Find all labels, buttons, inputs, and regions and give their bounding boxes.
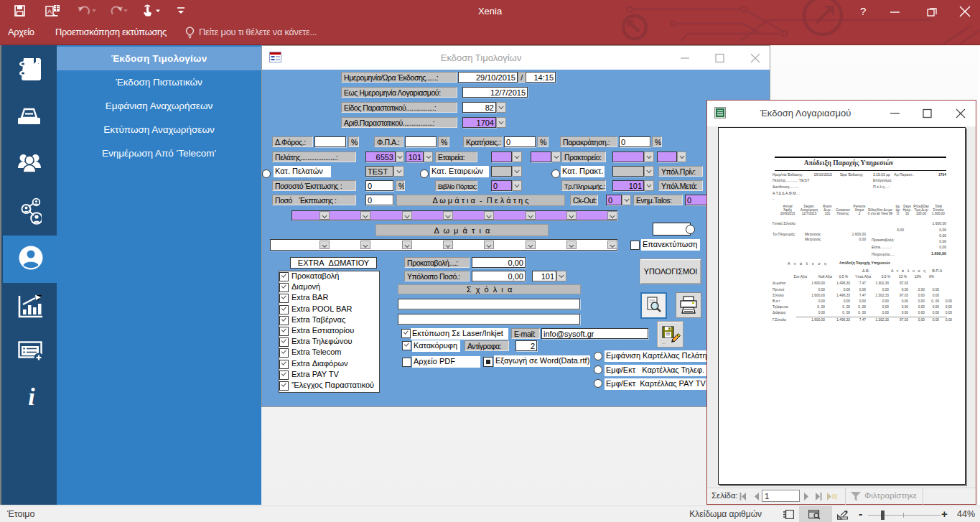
svg-text:...: ... [662, 340, 666, 345]
